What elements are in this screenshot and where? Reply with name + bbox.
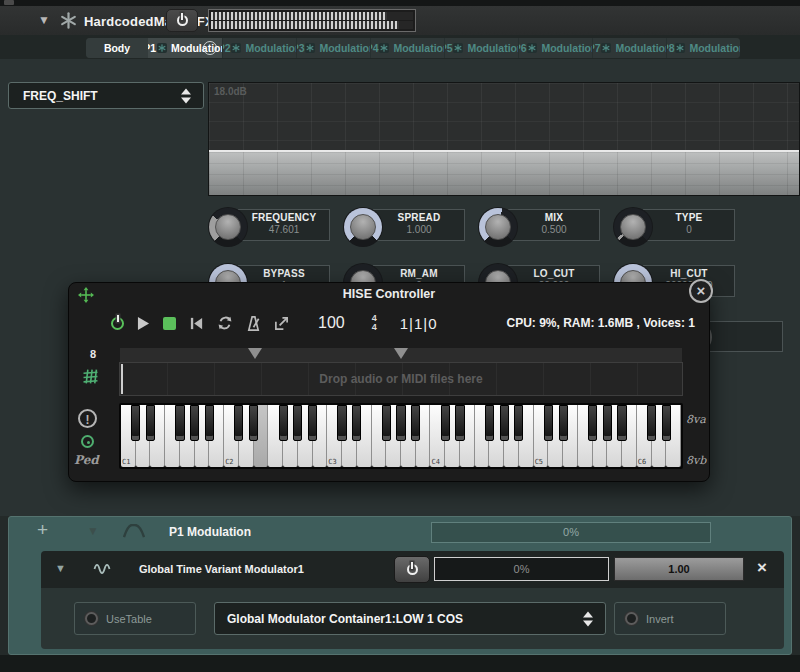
piano-black-key[interactable]: [411, 405, 420, 441]
piano-black-key[interactable]: [603, 405, 612, 441]
time-signature[interactable]: 4 4: [372, 314, 377, 332]
tab-p3-modulation[interactable]: P3 Modulation: [296, 38, 370, 58]
modulator-progress-bar[interactable]: 0%: [434, 557, 609, 581]
sustain-timer-icon[interactable]: [81, 435, 94, 448]
transport-power-button[interactable]: [111, 317, 124, 330]
pedal-icon[interactable]: Ped: [74, 453, 99, 467]
knob-mix[interactable]: [478, 207, 518, 247]
piano-black-key[interactable]: [514, 405, 523, 441]
knob-row-1: FREQUENCY47.601SPREAD1.000MIX0.500TYPE0: [208, 207, 800, 259]
invert-toggle[interactable]: Invert: [614, 602, 726, 635]
add-modulator-button[interactable]: +: [37, 519, 48, 541]
piano-black-key[interactable]: [205, 405, 214, 441]
knob-value: 0.500: [509, 224, 599, 235]
modulator-source-value: Global Modulator Container1:LOW 1 COS: [227, 612, 463, 626]
modulator-fold-triangle[interactable]: ▼: [55, 562, 66, 574]
piano-keyboard: C1C2C3C4C5C6: [119, 403, 683, 469]
script-badge-icon: [675, 43, 685, 53]
piano-black-key[interactable]: [647, 405, 656, 441]
modulator-power-button[interactable]: [394, 556, 430, 583]
tab-p7-modulation[interactable]: P7 Modulation: [592, 38, 666, 58]
script-badge-icon: [231, 43, 241, 53]
filter-response-graph[interactable]: 18.0dB -18.0dB: [208, 82, 800, 196]
piano-black-key[interactable]: [441, 405, 450, 441]
knob-group-spread: SPREAD1.000: [343, 207, 471, 259]
knob-type[interactable]: [613, 207, 653, 247]
tab-bypass-circle-icon[interactable]: [203, 41, 217, 55]
piano-black-key[interactable]: [455, 405, 464, 441]
piano-black-key[interactable]: [485, 405, 494, 441]
panic-warning-icon[interactable]: !: [78, 409, 97, 428]
metronome-button[interactable]: [246, 315, 261, 332]
knob-name: HI_CUT: [644, 268, 734, 279]
piano-black-key[interactable]: [249, 405, 258, 441]
tab-p2-modulation[interactable]: P2 Modulation: [222, 38, 296, 58]
mode-combobox[interactable]: FREQ_SHIFT: [8, 82, 204, 109]
piano-black-key[interactable]: [175, 405, 184, 441]
tab-p4-modulation[interactable]: P4 Modulation: [370, 38, 444, 58]
fx-power-button[interactable]: [166, 9, 198, 32]
knob-value: 1.000: [374, 224, 464, 235]
piano-black-key[interactable]: [337, 405, 346, 441]
power-icon: [407, 564, 418, 575]
knob-group-frequency: FREQUENCY47.601: [208, 207, 336, 259]
grid-quantize-icon[interactable]: [83, 369, 98, 384]
section-fold-triangle[interactable]: ▼: [87, 524, 99, 538]
tempo-value[interactable]: 100: [318, 314, 345, 332]
octave-up-label[interactable]: 8va: [686, 413, 706, 426]
piano-black-key[interactable]: [190, 405, 199, 441]
piano-black-key[interactable]: [352, 405, 361, 441]
tab-p1-modulation[interactable]: P1 Modulation: [148, 38, 222, 58]
invert-label: Invert: [646, 613, 674, 625]
knob-spread[interactable]: [343, 207, 383, 247]
knob-name: RM_AM: [374, 268, 464, 279]
octave-down-label[interactable]: 8vb: [686, 454, 706, 467]
loop-button[interactable]: [217, 315, 233, 331]
tab-p5-modulation[interactable]: P5 Modulation: [444, 38, 518, 58]
piano-black-key[interactable]: [279, 405, 288, 441]
tab-p8-modulation[interactable]: P8 Modulation: [666, 38, 740, 58]
piano-black-key[interactable]: [293, 405, 302, 441]
piano-black-key[interactable]: [146, 405, 155, 441]
piano-black-key[interactable]: [588, 405, 597, 441]
cpu-ram-voices-stats: CPU: 9%, RAM: 1.6MB , Voices: 1: [507, 316, 695, 330]
modulator-source-combobox[interactable]: Global Modulator Container1:LOW 1 COS: [214, 602, 606, 635]
hise-controller-popup: HISE Controller 100 4: [68, 282, 710, 482]
piano-black-key[interactable]: [544, 405, 553, 441]
rewind-button[interactable]: [189, 316, 204, 331]
use-table-label: UseTable: [106, 613, 152, 625]
audio-midi-drop-zone[interactable]: Drop audio or MIDI files here: [119, 362, 683, 396]
piano-black-key[interactable]: [131, 405, 140, 441]
modulator-close-button[interactable]: ×: [757, 558, 767, 578]
modulation-section-title: P1 Modulation: [169, 525, 251, 539]
popup-close-button[interactable]: ×: [689, 279, 713, 303]
piano-black-key[interactable]: [234, 405, 243, 441]
piano-black-key[interactable]: [382, 405, 391, 441]
modulation-intensity-bar[interactable]: 0%: [431, 522, 711, 543]
stop-button[interactable]: [163, 317, 176, 330]
piano-black-key[interactable]: [396, 405, 405, 441]
piano-black-key[interactable]: [500, 405, 509, 441]
knob-cap: [620, 214, 646, 240]
modulator-intensity-slider[interactable]: 1.00: [614, 557, 744, 581]
play-button[interactable]: [137, 316, 150, 331]
tab-body[interactable]: Body: [86, 38, 148, 58]
tab-p6-modulation[interactable]: P6 Modulation: [518, 38, 592, 58]
mode-combobox-value: FREQ_SHIFT: [23, 89, 98, 103]
fold-triangle-icon[interactable]: ▼: [38, 13, 50, 27]
knob-name: LO_CUT: [509, 268, 599, 279]
use-table-toggle[interactable]: UseTable: [74, 602, 196, 635]
script-badge-icon: [305, 43, 315, 53]
knob-group-mix: MIX0.500: [478, 207, 606, 259]
combobox-arrows-icon: [181, 88, 191, 103]
piano-black-key[interactable]: [308, 405, 317, 441]
knob-frequency[interactable]: [208, 207, 248, 247]
export-button[interactable]: [274, 316, 289, 331]
knob-name: TYPE: [644, 212, 734, 223]
piano-black-key[interactable]: [662, 405, 671, 441]
partial-knob-label-box: [703, 321, 783, 352]
fx-title: HardcodedMasterFX1: [84, 14, 221, 29]
piano-black-key[interactable]: [617, 405, 626, 441]
piano-black-key[interactable]: [559, 405, 568, 441]
timeline-ruler[interactable]: [119, 347, 683, 362]
